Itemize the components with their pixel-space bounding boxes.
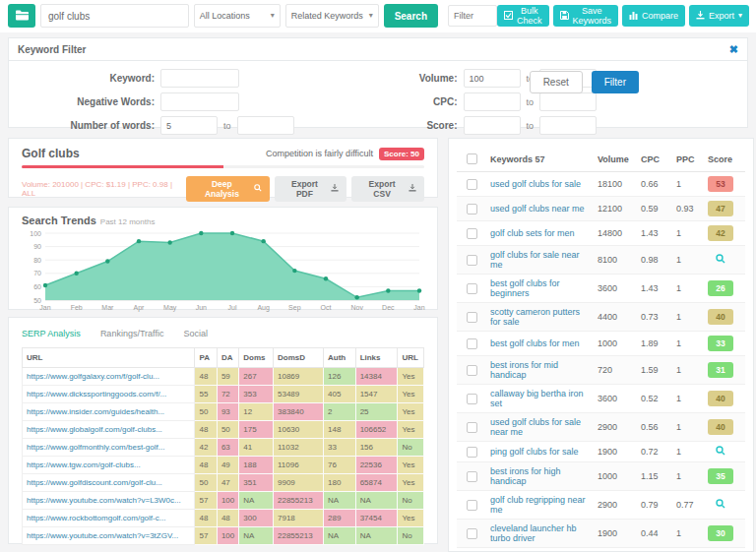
tab-rankings-traffic[interactable]: Rankings/Traffic: [100, 329, 164, 338]
volume-cell: 8100: [594, 246, 637, 275]
keyword-link[interactable]: golf club sets for men: [490, 228, 575, 238]
keyword-link[interactable]: best golf clubs for beginners: [490, 278, 560, 298]
competition-text: Competition is fairly difficult: [266, 149, 373, 158]
keyword-filter-input[interactable]: [160, 69, 239, 88]
to-label: to: [527, 121, 535, 131]
results-toolbar: Bulk Check Save Keywords Compare Export …: [448, 4, 748, 28]
volume-cell: 2900: [594, 548, 637, 552]
compare-button[interactable]: Compare: [622, 5, 685, 27]
serp-url-link[interactable]: https://www.golfgalaxy.com/f/golf-clu...: [27, 372, 159, 381]
ppc-cell: 1: [672, 332, 704, 356]
deep-analysis-button[interactable]: Deep Analysis: [186, 176, 270, 202]
export-csv-button[interactable]: Export CSV: [351, 176, 424, 202]
serp-url-cell: https://www.golfgalaxy.com/f/golf-clu...: [23, 368, 195, 386]
row-checkbox[interactable]: [467, 312, 477, 323]
serp-metric-cell: 50: [195, 403, 217, 421]
overview-title: Golf clubs: [22, 147, 80, 160]
keyword-link[interactable]: best irons for mid handicap: [490, 360, 558, 380]
row-checkbox[interactable]: [467, 283, 477, 294]
serp-row: https://www.golfgalaxy.com/f/golf-clu...…: [23, 368, 424, 386]
search-button[interactable]: Search: [384, 4, 438, 28]
score-cell: 53: [704, 172, 745, 197]
score-cell: 47: [704, 197, 745, 221]
analyze-magnifier-icon[interactable]: [708, 499, 725, 511]
keyword-link[interactable]: ping golf clubs for sale: [490, 447, 579, 457]
score-badge: 53: [708, 176, 733, 192]
tab-serp-analysis[interactable]: SERP Analysis: [22, 329, 81, 338]
keyword-link[interactable]: best irons for high handicap: [490, 466, 561, 486]
download-icon: [696, 11, 705, 22]
cpc-cell: 0.66: [637, 172, 672, 197]
keyword-link[interactable]: used golf clubs near me: [490, 204, 585, 214]
select-all-checkbox[interactable]: [467, 153, 477, 164]
cpc-cell: 0.73: [637, 303, 672, 332]
location-select[interactable]: All Locations ▾: [194, 4, 281, 28]
row-checkbox[interactable]: [467, 255, 477, 266]
filter-button[interactable]: Filter: [592, 71, 639, 93]
cpc-cell: 0.52: [637, 385, 672, 413]
serp-url-link[interactable]: https://www.tgw.com/golf-clubs...: [27, 460, 141, 469]
close-icon[interactable]: ✖: [729, 43, 738, 56]
row-checkbox[interactable]: [467, 228, 477, 239]
negative-words-input[interactable]: [160, 92, 239, 111]
row-checkbox[interactable]: [467, 179, 477, 190]
serp-metric-cell: NA: [355, 492, 398, 510]
serp-url-link[interactable]: https://www.rockbottomgolf.com/golf-c...: [27, 514, 165, 522]
keyword-link[interactable]: used golf clubs for sale: [490, 179, 581, 189]
cpc-max-input[interactable]: [539, 92, 597, 111]
score-max-input[interactable]: [539, 116, 597, 135]
save-keywords-button[interactable]: Save Keywords: [553, 5, 619, 27]
keyword-type-select[interactable]: Related Keywords ▾: [285, 4, 379, 28]
row-checkbox[interactable]: [467, 338, 477, 349]
serp-metric-cell: NA: [355, 527, 398, 545]
serp-url-link[interactable]: https://www.youtube.com/watch?v=3tZGV...: [27, 531, 178, 540]
serp-url-link[interactable]: https://www.youtube.com/watch?v=L3W0c...: [27, 496, 181, 505]
results-filter-input[interactable]: [448, 5, 497, 27]
export-csv-label: Export CSV: [359, 179, 405, 199]
keyword-link[interactable]: golf clubs for sale near me: [490, 250, 580, 270]
row-checkbox[interactable]: [467, 204, 477, 215]
export-pdf-button[interactable]: Export PDF: [275, 176, 346, 202]
cpc-min-input[interactable]: [464, 92, 521, 111]
project-folder-button[interactable]: [8, 4, 35, 28]
serp-tabs: SERP Analysis Rankings/Traffic Social: [22, 326, 424, 347]
keyword-link[interactable]: used golf clubs for sale near me: [490, 417, 581, 437]
row-checkbox[interactable]: [467, 422, 477, 433]
volume-min-input[interactable]: [464, 69, 521, 88]
row-checkbox[interactable]: [467, 500, 477, 511]
row-checkbox[interactable]: [467, 471, 477, 482]
reset-button[interactable]: Reset: [530, 71, 583, 93]
keyword-filter-title: Keyword Filter: [18, 44, 86, 55]
competition-bar-fill: [22, 165, 223, 168]
row-checkbox[interactable]: [467, 394, 477, 404]
keyword-link[interactable]: best golf clubs for men: [490, 338, 580, 348]
row-checkbox[interactable]: [467, 365, 477, 376]
number-of-words-max-input[interactable]: [237, 116, 294, 135]
number-of-words-min-input[interactable]: [160, 116, 218, 135]
bulk-check-button[interactable]: Bulk Check: [497, 5, 549, 27]
serp-metric-cell: 48: [195, 457, 217, 474]
row-checkbox[interactable]: [467, 528, 477, 539]
svg-text:Mar: Mar: [101, 304, 114, 311]
serp-url-link[interactable]: https://www.golfdiscount.com/golf-clu...: [27, 478, 162, 487]
analyze-magnifier-icon[interactable]: [708, 446, 725, 458]
score-cell: 40: [704, 385, 745, 413]
analyze-magnifier-icon[interactable]: [708, 254, 725, 266]
serp-url-link[interactable]: https://www.globalgolf.com/golf-clubs...: [27, 425, 162, 434]
score-min-input[interactable]: [464, 116, 521, 135]
export-button[interactable]: Export ▾: [689, 5, 749, 27]
serp-url-link[interactable]: https://www.insider.com/guides/health...: [27, 407, 164, 416]
serp-url-link[interactable]: https://www.dickssportinggoods.com/f/...: [27, 390, 166, 399]
keyword-link[interactable]: callaway big bertha iron set: [490, 389, 584, 408]
cpc-cell: 1.59: [637, 356, 672, 385]
keyword-link[interactable]: cleveland launcher hb turbo driver: [490, 523, 577, 543]
keyword-link[interactable]: scotty cameron putters for sale: [490, 307, 580, 327]
score-badge: 31: [708, 362, 733, 378]
keyword-link[interactable]: golf club regripping near me: [490, 495, 586, 515]
serp-metric-cell: 351: [239, 474, 274, 492]
serp-url-link[interactable]: https://www.golfmonthly.com/best-golf...: [27, 443, 164, 452]
search-input[interactable]: [40, 4, 189, 28]
tab-social[interactable]: Social: [183, 329, 208, 338]
row-checkbox[interactable]: [467, 447, 477, 458]
keyword-row: best irons for high handicap10001.15135: [457, 462, 745, 491]
